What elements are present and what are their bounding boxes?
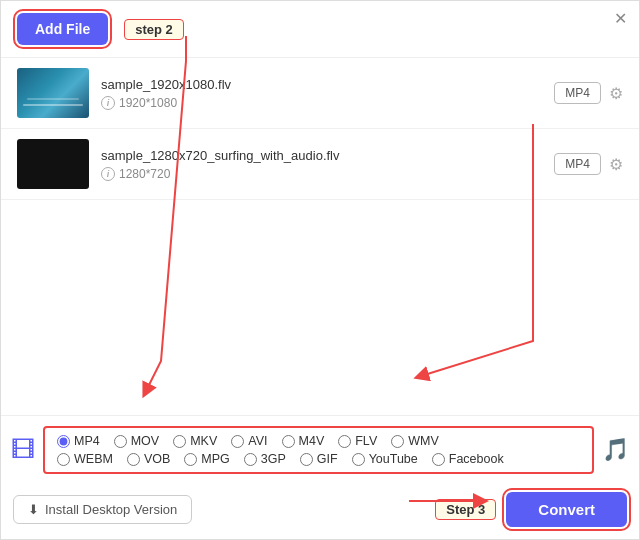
radio-wmv[interactable]: [391, 435, 404, 448]
format-mkv[interactable]: MKV: [173, 434, 217, 448]
radio-youtube[interactable]: [352, 453, 365, 466]
main-window: ✕ Add File step 2 sample_1920x1080.flv i…: [0, 0, 640, 540]
file-item-2: sample_1280x720_surfing_with_audio.flv i…: [1, 129, 639, 200]
install-label: Install Desktop Version: [45, 502, 177, 517]
convert-button[interactable]: Convert: [506, 492, 627, 527]
radio-mpg[interactable]: [184, 453, 197, 466]
music-icon: 🎵: [602, 437, 629, 463]
format-m4v[interactable]: M4V: [282, 434, 325, 448]
radio-avi[interactable]: [231, 435, 244, 448]
format-wmv[interactable]: WMV: [391, 434, 439, 448]
format-badge-1[interactable]: MP4: [554, 82, 601, 104]
gear-icon-2[interactable]: ⚙: [609, 155, 623, 174]
add-file-button[interactable]: Add File: [17, 13, 108, 45]
bottom-bar: 🎞 MP4 MOV MKV AVI M: [1, 415, 639, 539]
radio-gif[interactable]: [300, 453, 313, 466]
radio-flv[interactable]: [338, 435, 351, 448]
format-row-2: WEBM VOB MPG 3GP GIF YouT: [57, 452, 580, 466]
step2-label: step 2: [124, 19, 184, 40]
radio-mkv[interactable]: [173, 435, 186, 448]
radio-facebook[interactable]: [432, 453, 445, 466]
format-avi[interactable]: AVI: [231, 434, 267, 448]
format-vob[interactable]: VOB: [127, 452, 170, 466]
step3-area: Step 3 Convert: [435, 492, 627, 527]
film-icon: 🎞: [11, 436, 35, 464]
file-info-2: sample_1280x720_surfing_with_audio.flv i…: [101, 148, 542, 181]
step3-label: Step 3: [435, 499, 496, 520]
radio-vob[interactable]: [127, 453, 140, 466]
format-row-1: MP4 MOV MKV AVI M4V FLV: [57, 434, 580, 448]
file-actions-2: MP4 ⚙: [554, 153, 623, 175]
gear-icon-1[interactable]: ⚙: [609, 84, 623, 103]
radio-mp4[interactable]: [57, 435, 70, 448]
file-list: sample_1920x1080.flv i 1920*1080 MP4 ⚙ s…: [1, 58, 639, 200]
file-actions-1: MP4 ⚙: [554, 82, 623, 104]
format-flv[interactable]: FLV: [338, 434, 377, 448]
file-info-1: sample_1920x1080.flv i 1920*1080: [101, 77, 542, 110]
format-badge-2[interactable]: MP4: [554, 153, 601, 175]
format-section: 🎞 MP4 MOV MKV AVI M: [1, 416, 639, 484]
info-icon-2[interactable]: i: [101, 167, 115, 181]
file-name-1: sample_1920x1080.flv: [101, 77, 542, 92]
format-facebook[interactable]: Facebook: [432, 452, 504, 466]
file-dim-1: i 1920*1080: [101, 96, 542, 110]
radio-webm[interactable]: [57, 453, 70, 466]
format-3gp[interactable]: 3GP: [244, 452, 286, 466]
file-item-1: sample_1920x1080.flv i 1920*1080 MP4 ⚙: [1, 58, 639, 129]
download-icon: ⬇: [28, 502, 39, 517]
install-button[interactable]: ⬇ Install Desktop Version: [13, 495, 192, 524]
radio-mov[interactable]: [114, 435, 127, 448]
info-icon-1[interactable]: i: [101, 96, 115, 110]
format-box: MP4 MOV MKV AVI M4V FLV: [43, 426, 594, 474]
format-mov[interactable]: MOV: [114, 434, 159, 448]
thumbnail-1: [17, 68, 89, 118]
top-bar: Add File step 2: [1, 1, 639, 58]
format-youtube[interactable]: YouTube: [352, 452, 418, 466]
format-gif[interactable]: GIF: [300, 452, 338, 466]
thumbnail-2: [17, 139, 89, 189]
format-mp4[interactable]: MP4: [57, 434, 100, 448]
file-dim-2: i 1280*720: [101, 167, 542, 181]
radio-3gp[interactable]: [244, 453, 257, 466]
action-bar: ⬇ Install Desktop Version Step 3 Convert: [1, 484, 639, 539]
radio-m4v[interactable]: [282, 435, 295, 448]
format-mpg[interactable]: MPG: [184, 452, 229, 466]
file-name-2: sample_1280x720_surfing_with_audio.flv: [101, 148, 542, 163]
format-webm[interactable]: WEBM: [57, 452, 113, 466]
